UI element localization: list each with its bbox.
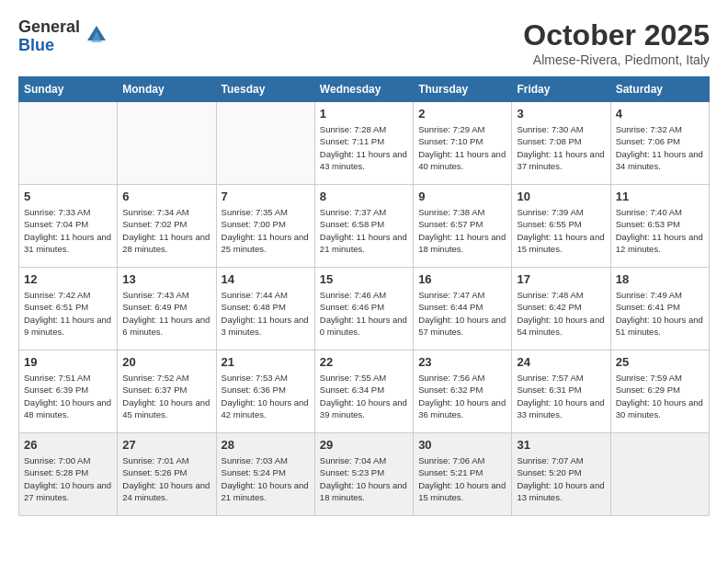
day-number: 14: [222, 272, 310, 286]
weekday-header-saturday: Saturday: [610, 77, 709, 102]
calendar-cell: 13Sunrise: 7:43 AM Sunset: 6:49 PM Dayli…: [118, 268, 216, 350]
day-number: 28: [222, 438, 310, 452]
day-info: Sunrise: 7:49 AM Sunset: 6:41 PM Dayligh…: [616, 289, 704, 338]
weekday-header-friday: Friday: [512, 77, 610, 102]
day-info: Sunrise: 7:01 AM Sunset: 5:26 PM Dayligh…: [122, 454, 210, 503]
day-number: 5: [24, 190, 112, 203]
calendar-cell: 23Sunrise: 7:56 AM Sunset: 6:32 PM Dayli…: [414, 350, 512, 433]
weekday-header-thursday: Thursday: [414, 77, 512, 102]
day-info: Sunrise: 7:53 AM Sunset: 6:36 PM Dayligh…: [222, 372, 310, 420]
day-info: Sunrise: 7:38 AM Sunset: 6:57 PM Dayligh…: [418, 206, 506, 255]
logo-general-text: General: [18, 18, 80, 37]
calendar-cell: 28Sunrise: 7:03 AM Sunset: 5:24 PM Dayli…: [216, 433, 314, 516]
calendar-cell: 6Sunrise: 7:34 AM Sunset: 7:02 PM Daylig…: [118, 185, 216, 268]
day-info: Sunrise: 7:56 AM Sunset: 6:32 PM Dayligh…: [418, 372, 506, 420]
calendar-cell: 25Sunrise: 7:59 AM Sunset: 6:29 PM Dayli…: [610, 350, 709, 433]
day-number: 1: [320, 107, 408, 121]
day-number: 24: [517, 355, 605, 369]
day-info: Sunrise: 7:37 AM Sunset: 6:58 PM Dayligh…: [320, 206, 408, 255]
calendar-week-row: 1Sunrise: 7:28 AM Sunset: 7:11 PM Daylig…: [19, 102, 710, 185]
day-number: 2: [418, 107, 506, 121]
day-info: Sunrise: 7:32 AM Sunset: 7:06 PM Dayligh…: [616, 123, 704, 172]
calendar-cell: 31Sunrise: 7:07 AM Sunset: 5:20 PM Dayli…: [512, 433, 610, 516]
day-number: 6: [122, 190, 210, 203]
calendar-cell: [19, 102, 118, 185]
day-info: Sunrise: 7:47 AM Sunset: 6:44 PM Dayligh…: [418, 289, 506, 338]
weekday-header-tuesday: Tuesday: [216, 77, 314, 102]
day-info: Sunrise: 7:30 AM Sunset: 7:08 PM Dayligh…: [517, 123, 605, 172]
day-number: 20: [122, 355, 210, 369]
day-info: Sunrise: 7:33 AM Sunset: 7:04 PM Dayligh…: [24, 206, 112, 255]
day-number: 10: [517, 190, 605, 203]
day-number: 17: [517, 272, 605, 286]
logo-icon: [84, 22, 109, 52]
day-info: Sunrise: 7:48 AM Sunset: 6:42 PM Dayligh…: [517, 289, 605, 338]
calendar-cell: 14Sunrise: 7:44 AM Sunset: 6:48 PM Dayli…: [216, 268, 314, 350]
calendar-cell: [610, 433, 709, 516]
location-subtitle: Almese-Rivera, Piedmont, Italy: [523, 52, 710, 67]
day-number: 19: [24, 355, 112, 369]
day-info: Sunrise: 7:57 AM Sunset: 6:31 PM Dayligh…: [517, 372, 605, 420]
calendar-cell: 5Sunrise: 7:33 AM Sunset: 7:04 PM Daylig…: [19, 185, 118, 268]
calendar-week-row: 12Sunrise: 7:42 AM Sunset: 6:51 PM Dayli…: [19, 268, 710, 350]
calendar-cell: 4Sunrise: 7:32 AM Sunset: 7:06 PM Daylig…: [610, 102, 709, 185]
day-info: Sunrise: 7:39 AM Sunset: 6:55 PM Dayligh…: [517, 206, 605, 255]
day-info: Sunrise: 7:35 AM Sunset: 7:00 PM Dayligh…: [222, 206, 310, 255]
day-number: 9: [418, 190, 506, 203]
calendar-cell: 26Sunrise: 7:00 AM Sunset: 5:28 PM Dayli…: [19, 433, 118, 516]
calendar-cell: [118, 102, 216, 185]
calendar-cell: 12Sunrise: 7:42 AM Sunset: 6:51 PM Dayli…: [19, 268, 118, 350]
day-info: Sunrise: 7:59 AM Sunset: 6:29 PM Dayligh…: [616, 372, 704, 420]
day-info: Sunrise: 7:42 AM Sunset: 6:51 PM Dayligh…: [24, 289, 112, 338]
day-info: Sunrise: 7:29 AM Sunset: 7:10 PM Dayligh…: [418, 123, 506, 172]
day-info: Sunrise: 7:46 AM Sunset: 6:46 PM Dayligh…: [320, 289, 408, 338]
day-number: 26: [24, 438, 112, 452]
month-title: October 2025: [523, 18, 710, 52]
calendar-cell: 8Sunrise: 7:37 AM Sunset: 6:58 PM Daylig…: [314, 185, 413, 268]
day-info: Sunrise: 7:55 AM Sunset: 6:34 PM Dayligh…: [320, 372, 408, 420]
day-number: 30: [418, 438, 506, 452]
day-number: 15: [320, 272, 408, 286]
calendar-cell: 20Sunrise: 7:52 AM Sunset: 6:37 PM Dayli…: [118, 350, 216, 433]
day-number: 11: [616, 190, 704, 203]
day-number: 8: [320, 190, 408, 203]
calendar-cell: 30Sunrise: 7:06 AM Sunset: 5:21 PM Dayli…: [414, 433, 512, 516]
day-number: 3: [517, 107, 605, 121]
page-header: General Blue October 2025 Almese-Rivera,…: [18, 18, 710, 67]
calendar-cell: 21Sunrise: 7:53 AM Sunset: 6:36 PM Dayli…: [216, 350, 314, 433]
calendar-cell: 22Sunrise: 7:55 AM Sunset: 6:34 PM Dayli…: [314, 350, 413, 433]
calendar-cell: 1Sunrise: 7:28 AM Sunset: 7:11 PM Daylig…: [314, 102, 413, 185]
calendar-cell: 10Sunrise: 7:39 AM Sunset: 6:55 PM Dayli…: [512, 185, 610, 268]
calendar-cell: 27Sunrise: 7:01 AM Sunset: 5:26 PM Dayli…: [118, 433, 216, 516]
day-number: 12: [24, 272, 112, 286]
day-info: Sunrise: 7:34 AM Sunset: 7:02 PM Dayligh…: [122, 206, 210, 255]
calendar-cell: 17Sunrise: 7:48 AM Sunset: 6:42 PM Dayli…: [512, 268, 610, 350]
calendar-cell: 24Sunrise: 7:57 AM Sunset: 6:31 PM Dayli…: [512, 350, 610, 433]
logo: General Blue: [18, 18, 109, 55]
day-number: 7: [222, 190, 310, 203]
calendar-table: SundayMondayTuesdayWednesdayThursdayFrid…: [18, 76, 710, 516]
calendar-cell: 3Sunrise: 7:30 AM Sunset: 7:08 PM Daylig…: [512, 102, 610, 185]
calendar-cell: 11Sunrise: 7:40 AM Sunset: 6:53 PM Dayli…: [610, 185, 709, 268]
calendar-cell: 9Sunrise: 7:38 AM Sunset: 6:57 PM Daylig…: [414, 185, 512, 268]
day-info: Sunrise: 7:44 AM Sunset: 6:48 PM Dayligh…: [222, 289, 310, 338]
day-info: Sunrise: 7:28 AM Sunset: 7:11 PM Dayligh…: [320, 123, 408, 172]
day-number: 18: [616, 272, 704, 286]
day-number: 21: [222, 355, 310, 369]
calendar-cell: 7Sunrise: 7:35 AM Sunset: 7:00 PM Daylig…: [216, 185, 314, 268]
day-info: Sunrise: 7:51 AM Sunset: 6:39 PM Dayligh…: [24, 372, 112, 420]
weekday-header-sunday: Sunday: [19, 77, 118, 102]
day-number: 31: [517, 438, 605, 452]
day-number: 13: [122, 272, 210, 286]
calendar-cell: 19Sunrise: 7:51 AM Sunset: 6:39 PM Dayli…: [19, 350, 118, 433]
day-info: Sunrise: 7:04 AM Sunset: 5:23 PM Dayligh…: [320, 454, 408, 503]
calendar-cell: 2Sunrise: 7:29 AM Sunset: 7:10 PM Daylig…: [414, 102, 512, 185]
day-number: 27: [122, 438, 210, 452]
day-info: Sunrise: 7:07 AM Sunset: 5:20 PM Dayligh…: [517, 454, 605, 503]
day-info: Sunrise: 7:43 AM Sunset: 6:49 PM Dayligh…: [122, 289, 210, 338]
title-block: October 2025 Almese-Rivera, Piedmont, It…: [523, 18, 710, 67]
calendar-cell: 18Sunrise: 7:49 AM Sunset: 6:41 PM Dayli…: [610, 268, 709, 350]
calendar-cell: 15Sunrise: 7:46 AM Sunset: 6:46 PM Dayli…: [314, 268, 413, 350]
day-number: 16: [418, 272, 506, 286]
weekday-header-wednesday: Wednesday: [314, 77, 413, 102]
